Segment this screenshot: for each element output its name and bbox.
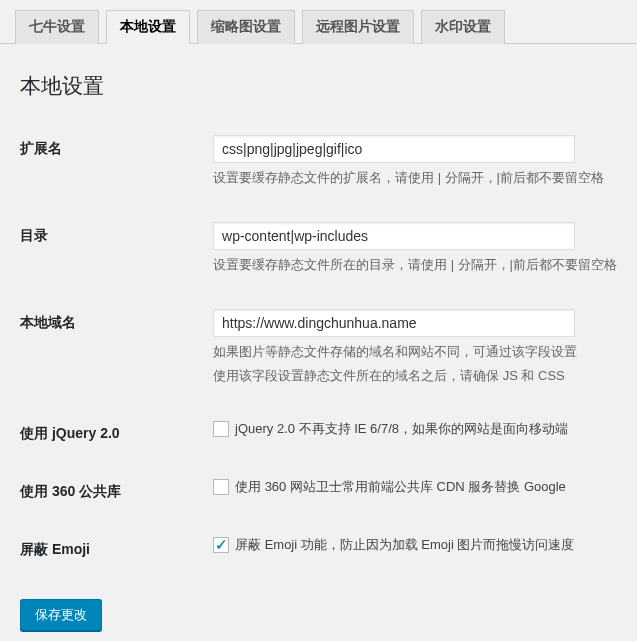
- tab-local[interactable]: 本地设置: [106, 10, 190, 44]
- emoji-checkbox-label: 屏蔽 Emoji 功能，防止因为加载 Emoji 图片而拖慢访问速度: [235, 536, 574, 554]
- domain-description-2: 使用该字段设置静态文件所在的域名之后，请确保 JS 和 CSS: [213, 367, 617, 385]
- lib360-checkbox-label: 使用 360 网站卫士常用前端公共库 CDN 服务替换 Google: [235, 478, 566, 496]
- lib360-label: 使用 360 公共库: [20, 463, 213, 521]
- lib360-checkbox[interactable]: [213, 479, 229, 495]
- domain-description-1: 如果图片等静态文件存储的域名和网站不同，可通过该字段设置: [213, 343, 617, 361]
- dirs-input[interactable]: [213, 222, 575, 250]
- dirs-description: 设置要缓存静态文件所在的目录，请使用 | 分隔开，|前后都不要留空格: [213, 256, 617, 274]
- dirs-label: 目录: [20, 207, 213, 294]
- tab-watermark[interactable]: 水印设置: [421, 10, 505, 44]
- save-button[interactable]: 保存更改: [20, 599, 102, 631]
- page-title: 本地设置: [20, 72, 617, 100]
- emoji-checkbox[interactable]: [213, 537, 229, 553]
- tab-remote-image[interactable]: 远程图片设置: [302, 10, 414, 44]
- jquery-checkbox-label: jQuery 2.0 不再支持 IE 6/7/8，如果你的网站是面向移动端: [235, 420, 568, 438]
- jquery-checkbox[interactable]: [213, 421, 229, 437]
- ext-input[interactable]: [213, 135, 575, 163]
- domain-label: 本地域名: [20, 294, 213, 405]
- ext-label: 扩展名: [20, 120, 213, 207]
- ext-description: 设置要缓存静态文件的扩展名，请使用 | 分隔开，|前后都不要留空格: [213, 169, 617, 187]
- tab-qiniu[interactable]: 七牛设置: [15, 10, 99, 44]
- settings-content: 本地设置 扩展名 设置要缓存静态文件的扩展名，请使用 | 分隔开，|前后都不要留…: [0, 44, 637, 641]
- jquery-label: 使用 jQuery 2.0: [20, 405, 213, 463]
- emoji-label: 屏蔽 Emoji: [20, 521, 213, 579]
- settings-tabs: 七牛设置 本地设置 缩略图设置 远程图片设置 水印设置: [0, 0, 637, 44]
- settings-form: 扩展名 设置要缓存静态文件的扩展名，请使用 | 分隔开，|前后都不要留空格 目录…: [20, 120, 617, 579]
- tab-thumbnail[interactable]: 缩略图设置: [197, 10, 295, 44]
- domain-input[interactable]: [213, 309, 575, 337]
